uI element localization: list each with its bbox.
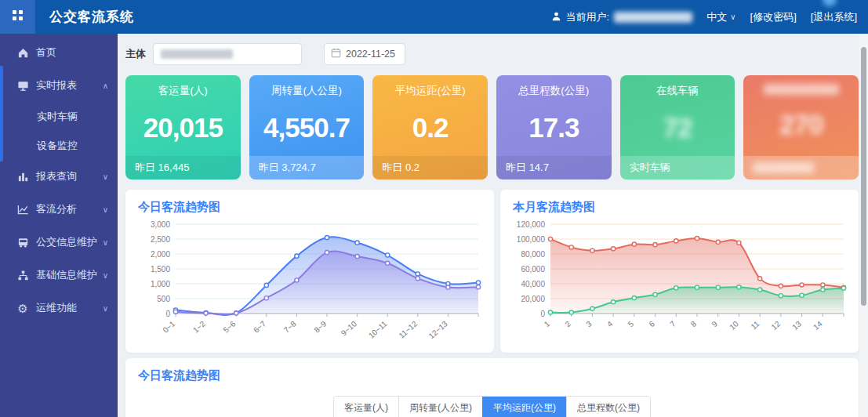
svg-text:120,000: 120,000 bbox=[517, 220, 546, 229]
svg-text:2,000: 2,000 bbox=[151, 250, 170, 259]
card-footer: 实时车辆 bbox=[620, 156, 735, 179]
metric-tabs: 客运量(人) 周转量(人公里) 平均运距(公里) 总里程数(公里) bbox=[138, 396, 846, 417]
card-footer: 昨日 14.7 bbox=[496, 156, 612, 179]
tab-total-mileage[interactable]: 总里程数(公里) bbox=[566, 397, 650, 417]
stat-card-turnover[interactable]: 周转量(人公里) 4,550.7 昨日 3,724.7 bbox=[249, 75, 365, 179]
logout-link[interactable]: [退出系统] bbox=[811, 10, 857, 24]
user-icon bbox=[551, 11, 561, 24]
svg-text:8: 8 bbox=[689, 319, 699, 328]
language-selector[interactable]: 中文 ∨ bbox=[706, 10, 735, 24]
current-user: 当前用户: bbox=[551, 10, 693, 24]
svg-text:1,000: 1,000 bbox=[151, 280, 170, 288]
card-value: 4,550.7 bbox=[249, 112, 365, 143]
card-value-blurred: 72 bbox=[620, 112, 735, 143]
card-footer bbox=[743, 156, 859, 179]
date-picker[interactable]: 2022-11-25 bbox=[324, 43, 405, 65]
current-user-label: 当前用户: bbox=[566, 10, 610, 24]
svg-text:60,000: 60,000 bbox=[521, 265, 545, 274]
redacted-subject-value bbox=[161, 49, 233, 59]
svg-text:7~8: 7~8 bbox=[282, 319, 298, 335]
chevron-up-icon: ∧ bbox=[103, 82, 108, 90]
chevron-down-icon: ∨ bbox=[103, 304, 108, 313]
stat-card-total-mileage[interactable]: 总里程数(公里) 17.3 昨日 14.7 bbox=[496, 75, 612, 179]
sidebar-subitem-realtime-vehicles[interactable]: 实时车辆 bbox=[0, 102, 118, 131]
stat-card-passenger-volume[interactable]: 客运量(人) 20,015 昨日 16,445 bbox=[125, 75, 241, 179]
redacted-card-title bbox=[764, 84, 839, 95]
line-chart-icon bbox=[16, 203, 29, 216]
bus-icon bbox=[16, 236, 29, 248]
svg-text:10~11: 10~11 bbox=[367, 319, 389, 340]
bottom-trend-panel: 今日客流趋势图 客运量(人) 周转量(人公里) 平均运距(公里) 总里程数(公里… bbox=[125, 358, 859, 417]
svg-text:5: 5 bbox=[626, 319, 636, 328]
svg-text:0: 0 bbox=[540, 310, 545, 318]
sidebar-item-basic-info[interactable]: 基础信息维护 ∨ bbox=[0, 259, 118, 292]
grid-icon bbox=[12, 9, 24, 24]
svg-text:80,000: 80,000 bbox=[521, 250, 545, 259]
card-value: 0.2 bbox=[372, 112, 488, 143]
card-footer: 昨日 3,724.7 bbox=[249, 156, 365, 179]
menu-collapse-button[interactable] bbox=[0, 0, 35, 34]
sidebar-item-label: 运维功能 bbox=[36, 301, 77, 315]
card-footer: 昨日 16,445 bbox=[125, 156, 241, 179]
sidebar-item-bus-info[interactable]: 公交信息维护 ∨ bbox=[0, 226, 118, 259]
svg-text:12: 12 bbox=[770, 319, 783, 332]
stat-card-online-vehicles[interactable]: 在线车辆 72 实时车辆 bbox=[620, 75, 735, 179]
vertical-scrollbar[interactable] bbox=[859, 34, 868, 417]
sidebar-item-realtime-report[interactable]: 实时报表 ∧ bbox=[0, 69, 118, 102]
bar-chart-icon bbox=[16, 170, 29, 183]
scrollbar-thumb[interactable] bbox=[861, 47, 866, 306]
charts-row: 今日客流趋势图 05001,0001,5002,0002,5003,0000~1… bbox=[125, 190, 859, 353]
main-content: 主体 2022-11-25 客运量(人) 20,015 昨日 16,445 周转… bbox=[118, 34, 868, 417]
tab-avg-distance[interactable]: 平均运距(公里) bbox=[482, 397, 566, 417]
monitor-icon bbox=[16, 79, 29, 92]
sidebar-item-passenger-analysis[interactable]: 客流分析 ∨ bbox=[0, 193, 118, 226]
svg-text:0~1: 0~1 bbox=[161, 319, 176, 335]
sitemap-icon bbox=[16, 269, 29, 281]
card-value: 20,015 bbox=[125, 112, 241, 143]
svg-text:40,000: 40,000 bbox=[521, 280, 545, 288]
sidebar: 首页 实时报表 ∧ 实时车辆 设备监控 报表查询 ∨ 客流分析 ∨ 公交信息维护… bbox=[0, 34, 118, 417]
svg-text:500: 500 bbox=[157, 295, 170, 303]
bottom-trend-title: 今日客流趋势图 bbox=[138, 368, 846, 383]
sidebar-subitem-device-monitor[interactable]: 设备监控 bbox=[0, 131, 118, 160]
svg-text:2: 2 bbox=[564, 319, 573, 328]
chevron-down-icon: ∨ bbox=[103, 172, 108, 181]
svg-text:10: 10 bbox=[728, 319, 740, 332]
date-value: 2022-11-25 bbox=[346, 49, 395, 60]
stat-card-avg-distance[interactable]: 平均运距(公里) 0.2 昨日 0.2 bbox=[372, 75, 488, 179]
sidebar-item-report-query[interactable]: 报表查询 ∨ bbox=[0, 160, 118, 193]
app-header: 公交客流系统 当前用户: 中文 ∨ [修改密码] [退出系统] bbox=[0, 0, 868, 34]
svg-text:1: 1 bbox=[543, 319, 552, 328]
redacted-card-footer bbox=[753, 162, 814, 173]
svg-text:3,000: 3,000 bbox=[151, 220, 170, 229]
month-trend-chart[interactable]: 020,00040,00060,00080,000100,000120,0001… bbox=[513, 216, 848, 348]
tab-turnover[interactable]: 周转量(人公里) bbox=[398, 397, 482, 417]
svg-text:7: 7 bbox=[668, 319, 677, 328]
gear-icon: ⚙ bbox=[16, 302, 29, 314]
language-label: 中文 bbox=[706, 10, 727, 24]
svg-text:11: 11 bbox=[749, 319, 761, 331]
card-title: 平均运距(公里) bbox=[372, 75, 488, 98]
svg-text:14: 14 bbox=[812, 319, 824, 332]
stat-card-redacted[interactable]: 270 bbox=[743, 75, 859, 179]
tab-passenger-volume[interactable]: 客运量(人) bbox=[334, 397, 398, 417]
sidebar-item-ops-functions[interactable]: ⚙ 运维功能 ∨ bbox=[0, 292, 118, 325]
svg-text:1,500: 1,500 bbox=[151, 265, 170, 274]
sidebar-item-label: 公交信息维护 bbox=[36, 235, 97, 249]
change-password-link[interactable]: [修改密码] bbox=[750, 10, 797, 24]
sidebar-item-label: 报表查询 bbox=[36, 169, 77, 183]
card-title: 周转量(人公里) bbox=[249, 75, 365, 98]
chevron-down-icon: ∨ bbox=[103, 238, 108, 247]
subject-input[interactable] bbox=[153, 43, 302, 65]
sidebar-item-label: 客流分析 bbox=[36, 202, 77, 216]
stat-cards: 客运量(人) 20,015 昨日 16,445 周转量(人公里) 4,550.7… bbox=[125, 75, 859, 179]
today-trend-chart[interactable]: 05001,0001,5002,0002,5003,0000~11~25~66~… bbox=[138, 216, 483, 348]
svg-text:9~10: 9~10 bbox=[340, 319, 358, 338]
card-title: 总里程数(公里) bbox=[496, 75, 612, 98]
sidebar-item-label: 实时报表 bbox=[36, 78, 77, 92]
card-title: 在线车辆 bbox=[620, 75, 735, 98]
card-footer: 昨日 0.2 bbox=[372, 156, 488, 179]
svg-text:20,000: 20,000 bbox=[521, 295, 545, 303]
sidebar-item-home[interactable]: 首页 bbox=[0, 36, 118, 69]
month-trend-title: 本月客流趋势图 bbox=[513, 200, 849, 215]
